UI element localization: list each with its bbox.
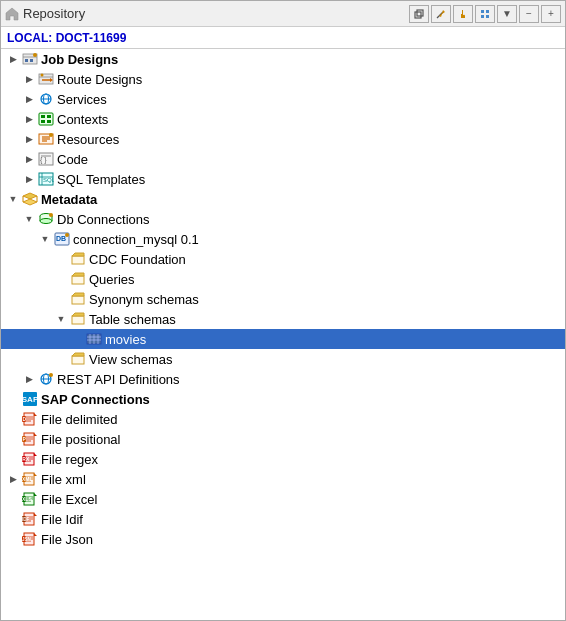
tree-node-file-idif[interactable]: IDF File Idif bbox=[1, 509, 565, 529]
icon-movies bbox=[85, 331, 103, 347]
maximize-btn[interactable]: + bbox=[541, 5, 561, 23]
repository-window: Repository ▼ − + bbox=[0, 0, 566, 621]
tree-node-code[interactable]: ▶ { } Code bbox=[1, 149, 565, 169]
svg-point-19 bbox=[41, 74, 44, 77]
svg-text:SQL: SQL bbox=[43, 177, 54, 183]
svg-point-32 bbox=[49, 133, 53, 137]
icon-rest-api bbox=[37, 371, 55, 387]
tree-node-file-regex[interactable]: RX File regex bbox=[1, 449, 565, 469]
tree-node-route-designs[interactable]: ▶ Route Designs bbox=[1, 69, 565, 89]
tree-node-table-schemas[interactable]: ▼ Table schemas bbox=[1, 309, 565, 329]
label-table-schemas: Table schemas bbox=[89, 312, 176, 327]
svg-marker-54 bbox=[72, 253, 84, 256]
tree-node-job-designs[interactable]: ▶ Job Designs bbox=[1, 49, 565, 69]
svg-text:XLS: XLS bbox=[22, 496, 32, 502]
label-file-regex: File regex bbox=[41, 452, 98, 467]
tree-node-resources[interactable]: ▶ Resources bbox=[1, 129, 565, 149]
tree-node-cdc-foundation[interactable]: CDC Foundation bbox=[1, 249, 565, 269]
expand-rest-api[interactable]: ▶ bbox=[21, 371, 37, 387]
svg-marker-56 bbox=[72, 273, 84, 276]
label-code: Code bbox=[57, 152, 88, 167]
svg-rect-7 bbox=[486, 10, 489, 13]
expand-sql-templates[interactable]: ▶ bbox=[21, 171, 37, 187]
tree-node-view-schemas[interactable]: View schemas bbox=[1, 349, 565, 369]
icon-file-idif: IDF bbox=[21, 511, 39, 527]
svg-rect-6 bbox=[481, 10, 484, 13]
expand-services[interactable]: ▶ bbox=[21, 91, 37, 107]
icon-route-designs bbox=[37, 71, 55, 87]
icon-table-schemas bbox=[69, 311, 87, 327]
label-job-designs: Job Designs bbox=[41, 52, 118, 67]
expand-code[interactable]: ▶ bbox=[21, 151, 37, 167]
icon-connection-mysql: DB bbox=[53, 231, 71, 247]
label-connection-mysql: connection_mysql 0.1 bbox=[73, 232, 199, 247]
tree-node-metadata[interactable]: ▼ Metadata bbox=[1, 189, 565, 209]
tree-node-contexts[interactable]: ▶ Contexts bbox=[1, 109, 565, 129]
icon-db-connections bbox=[37, 211, 55, 227]
expand-connection-mysql[interactable]: ▼ bbox=[37, 231, 53, 247]
svg-rect-27 bbox=[47, 120, 51, 123]
title-bar: Repository ▼ − + bbox=[1, 1, 565, 27]
grid-btn[interactable] bbox=[475, 5, 495, 23]
expand-contexts[interactable]: ▶ bbox=[21, 111, 37, 127]
expand-metadata[interactable]: ▼ bbox=[5, 191, 21, 207]
restore-btn[interactable] bbox=[409, 5, 429, 23]
expand-table-schemas[interactable]: ▼ bbox=[53, 311, 69, 327]
svg-rect-24 bbox=[41, 115, 45, 118]
tree-node-services[interactable]: ▶ Services bbox=[1, 89, 565, 109]
tree-node-sap-connections[interactable]: SAP SAP Connections bbox=[1, 389, 565, 409]
icon-resources bbox=[37, 131, 55, 147]
svg-marker-117 bbox=[34, 533, 37, 536]
window-icon bbox=[5, 7, 19, 21]
tree-node-movies[interactable]: movies bbox=[1, 329, 565, 349]
icon-synonym-schemas bbox=[69, 291, 87, 307]
hand-btn[interactable] bbox=[453, 5, 473, 23]
expand-job-designs[interactable]: ▶ bbox=[5, 51, 21, 67]
svg-marker-60 bbox=[72, 313, 84, 316]
svg-rect-1 bbox=[415, 12, 421, 18]
link-btn[interactable] bbox=[431, 5, 451, 23]
tree-node-sql-templates[interactable]: ▶ SQL SQL Templates bbox=[1, 169, 565, 189]
svg-marker-0 bbox=[6, 8, 18, 20]
tree-node-queries[interactable]: Queries bbox=[1, 269, 565, 289]
tree-node-synonym-schemas[interactable]: Synonym schemas bbox=[1, 289, 565, 309]
tree-node-rest-api[interactable]: ▶ REST API Definitions bbox=[1, 369, 565, 389]
svg-marker-82 bbox=[34, 433, 37, 436]
dropdown-btn[interactable]: ▼ bbox=[497, 5, 517, 23]
tree-node-file-json[interactable]: JSN File Json bbox=[1, 529, 565, 549]
icon-file-xml: XML bbox=[21, 471, 39, 487]
local-label: LOCAL: DOCT-11699 bbox=[7, 31, 126, 45]
expand-db-connections[interactable]: ▼ bbox=[21, 211, 37, 227]
expand-file-xml[interactable]: ▶ bbox=[5, 471, 21, 487]
label-movies: movies bbox=[105, 332, 146, 347]
svg-text:RX: RX bbox=[22, 456, 30, 462]
expand-resources[interactable]: ▶ bbox=[21, 131, 37, 147]
svg-marker-4 bbox=[439, 10, 445, 17]
label-queries: Queries bbox=[89, 272, 135, 287]
tree-container[interactable]: ▶ Job Designs ▶ bbox=[1, 49, 565, 620]
svg-rect-59 bbox=[72, 316, 84, 324]
expand-route-designs[interactable]: ▶ bbox=[21, 71, 37, 87]
minimize-btn[interactable]: − bbox=[519, 5, 539, 23]
tree-node-file-delimited[interactable]: D File delimited bbox=[1, 409, 565, 429]
tree-node-file-positional[interactable]: P File positional bbox=[1, 429, 565, 449]
tree-node-db-connections[interactable]: ▼ Db Connections bbox=[1, 209, 565, 229]
svg-rect-25 bbox=[47, 115, 51, 118]
label-sql-templates: SQL Templates bbox=[57, 172, 145, 187]
svg-rect-9 bbox=[486, 15, 489, 18]
svg-rect-8 bbox=[481, 15, 484, 18]
tree-node-file-xml[interactable]: ▶ XML File xml bbox=[1, 469, 565, 489]
svg-marker-103 bbox=[34, 493, 37, 496]
sap-badge: SAP bbox=[23, 392, 37, 406]
tree-node-connection-mysql[interactable]: ▼ DB connection_mysql 0.1 bbox=[1, 229, 565, 249]
svg-marker-89 bbox=[34, 453, 37, 456]
label-rest-api: REST API Definitions bbox=[57, 372, 180, 387]
svg-rect-13 bbox=[30, 59, 33, 62]
icon-cdc-foundation bbox=[69, 251, 87, 267]
label-contexts: Contexts bbox=[57, 112, 108, 127]
icon-view-schemas bbox=[69, 351, 87, 367]
svg-point-72 bbox=[49, 373, 53, 377]
svg-text:XML: XML bbox=[22, 476, 33, 482]
tree-node-file-excel[interactable]: XLS File Excel bbox=[1, 489, 565, 509]
label-file-excel: File Excel bbox=[41, 492, 97, 507]
